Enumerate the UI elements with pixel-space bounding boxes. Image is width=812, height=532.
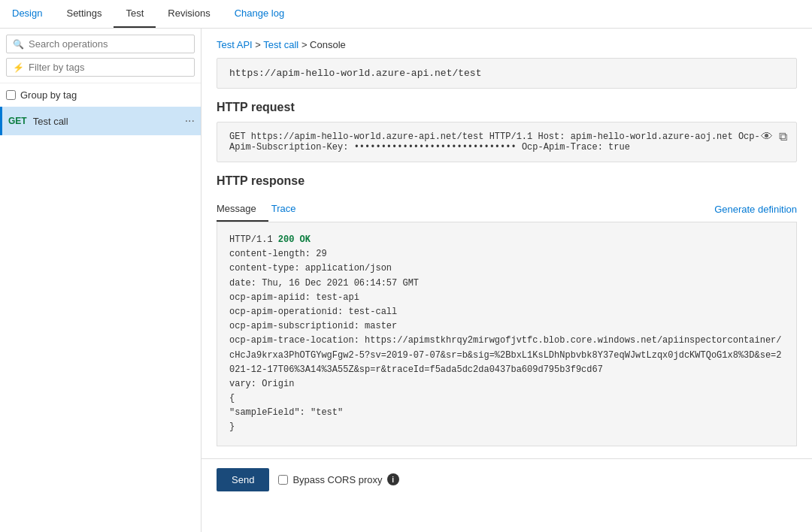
tab-settings[interactable]: Settings <box>54 0 114 28</box>
response-body: HTTP/1.1 200 OK content-length: 29 conte… <box>217 222 797 446</box>
resp-line-9: { <box>229 391 784 406</box>
top-nav: Design Settings Test Revisions Change lo… <box>0 0 812 29</box>
breadcrumb-api[interactable]: Test API <box>217 39 253 50</box>
breadcrumb: Test API > Test call > Console <box>201 29 812 58</box>
http-request-box: 👁 ⧉ GET https://apim-hello-world.azure-a… <box>217 122 797 162</box>
tab-design[interactable]: Design <box>0 0 54 28</box>
request-line1: GET https://apim-hello-world.azure-api.n… <box>229 131 532 142</box>
eye-icon[interactable]: 👁 <box>761 130 773 144</box>
response-tabs: Message Trace Generate definition <box>217 197 797 222</box>
copy-icon[interactable]: ⧉ <box>779 130 787 144</box>
breadcrumb-console: Console <box>310 39 346 50</box>
http-request-heading: HTTP request <box>201 101 812 122</box>
bypass-cors-checkbox[interactable] <box>278 475 288 485</box>
group-by-row: Group by tag <box>0 83 201 107</box>
resp-line-7: ocp-apim-trace-location: https://apimstk… <box>229 334 784 377</box>
response-section: HTTP response Message Trace Generate def… <box>201 174 812 446</box>
status-prefix: HTTP/1.1 <box>229 234 278 245</box>
resp-line-4: ocp-apim-apiid: test-api <box>229 291 784 305</box>
group-by-label: Group by tag <box>20 89 77 101</box>
filter-input[interactable] <box>29 62 188 73</box>
bypass-cors-row: Bypass CORS proxy i <box>278 473 398 485</box>
tab-message[interactable]: Message <box>217 197 268 222</box>
request-icons: 👁 ⧉ <box>761 130 787 144</box>
sidebar: 🔍 ⚡ Group by tag GET Test call ··· <box>0 29 201 532</box>
resp-line-8: vary: Origin <box>229 377 784 391</box>
resp-line-10: "sampleField": "test" <box>229 406 784 420</box>
url-bar: https://apim-hello-world.azure-api.net/t… <box>217 58 797 89</box>
filter-icon: ⚡ <box>13 62 24 73</box>
main-layout: 🔍 ⚡ Group by tag GET Test call ··· Test … <box>0 29 812 532</box>
request-line2: Host: apim-hello-world.azure-aoj.net <box>538 131 732 142</box>
content-area: Test API > Test call > Console https://a… <box>201 29 812 532</box>
generate-definition-link[interactable]: Generate definition <box>714 204 797 215</box>
resp-line-5: ocp-apim-operationid: test-call <box>229 305 784 319</box>
group-by-checkbox[interactable] <box>6 90 16 100</box>
send-button[interactable]: Send <box>217 468 269 491</box>
search-icon: 🔍 <box>13 39 24 50</box>
breadcrumb-testcall[interactable]: Test call <box>263 39 298 50</box>
status-line: HTTP/1.1 200 OK <box>229 233 784 247</box>
filter-box[interactable]: ⚡ <box>6 58 195 77</box>
operation-name: Test call <box>33 116 185 127</box>
operation-more-icon[interactable]: ··· <box>185 114 195 128</box>
resp-line-1: content-length: 29 <box>229 247 784 261</box>
search-input[interactable] <box>29 38 188 50</box>
resp-line-3: date: Thu, 16 Dec 2021 06:14:57 GMT <box>229 277 784 291</box>
resp-line-6: ocp-apim-subscriptionid: master <box>229 319 784 334</box>
tab-changelog[interactable]: Change log <box>223 0 297 28</box>
tab-trace[interactable]: Trace <box>271 197 308 222</box>
request-line4: Ocp-Apim-Trace: true <box>522 142 630 153</box>
status-code: 200 OK <box>278 234 311 245</box>
tab-test[interactable]: Test <box>114 0 156 28</box>
bypass-cors-label: Bypass CORS proxy <box>292 474 382 485</box>
search-box[interactable]: 🔍 <box>6 35 195 53</box>
operation-method: GET <box>8 116 27 126</box>
sidebar-search-area: 🔍 ⚡ <box>0 29 201 83</box>
operation-item[interactable]: GET Test call ··· <box>0 107 201 135</box>
http-response-heading: HTTP response <box>217 174 797 188</box>
info-icon[interactable]: i <box>387 473 399 485</box>
tab-revisions[interactable]: Revisions <box>156 0 222 28</box>
bottom-bar: Send Bypass CORS proxy i <box>201 458 812 500</box>
breadcrumb-sep1: > <box>255 39 263 50</box>
resp-line-2: content-type: application/json <box>229 261 784 276</box>
breadcrumb-sep2: > <box>301 39 310 50</box>
resp-line-11: } <box>229 420 784 434</box>
